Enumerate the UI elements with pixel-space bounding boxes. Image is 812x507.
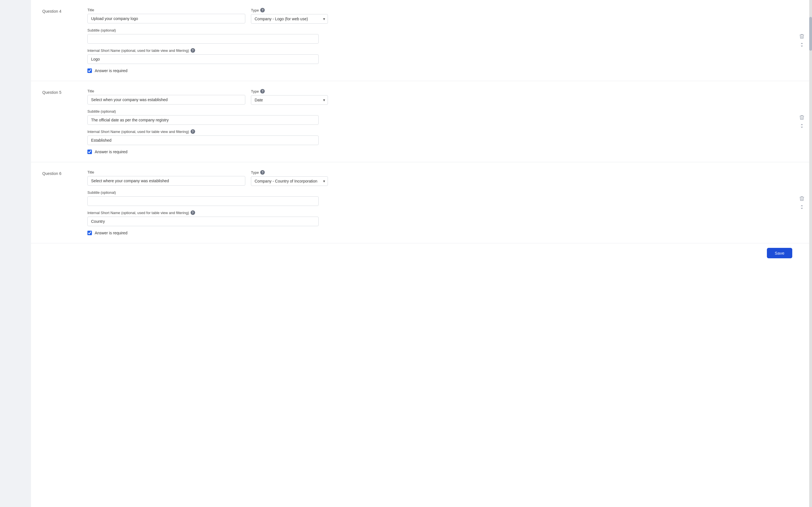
type-select-wrapper-q4: Company - Logo (for web use)DateCompany … — [251, 14, 328, 24]
title-group-q6: Title — [87, 170, 245, 186]
main-content: Question 4TitleType?Company - Logo (for … — [31, 0, 809, 507]
internal-label-q4: Internal Short Name (optional, used for … — [87, 48, 798, 53]
question-fields-q6: TitleType?Company - Logo (for web use)Da… — [87, 170, 798, 235]
question-block-q5: Question 5TitleType?Company - Logo (for … — [31, 81, 809, 162]
subtitle-label-q5: Subtitle (optional) — [87, 109, 798, 114]
answer-required-row-q4: Answer is required — [87, 68, 798, 73]
save-button[interactable]: Save — [767, 248, 792, 258]
type-select-q5[interactable]: Company - Logo (for web use)DateCompany … — [251, 95, 328, 105]
type-label-q6: Type? — [251, 170, 328, 175]
internal-label-q6: Internal Short Name (optional, used for … — [87, 210, 798, 215]
internal-input-q5[interactable] — [87, 135, 319, 145]
question-block-q4: Question 4TitleType?Company - Logo (for … — [31, 0, 809, 81]
type-group-q5: Type?Company - Logo (for web use)DateCom… — [251, 89, 328, 105]
title-type-row-q5: TitleType?Company - Logo (for web use)Da… — [87, 89, 798, 105]
type-label-q4: Type? — [251, 8, 328, 12]
title-group-q4: Title — [87, 8, 245, 23]
internal-help-icon-q6[interactable]: ? — [191, 210, 195, 215]
subtitle-input-q4[interactable] — [87, 34, 319, 44]
delete-button-q6[interactable] — [799, 195, 805, 202]
question-label-q6: Question 6 — [42, 170, 87, 235]
title-group-q5: Title — [87, 89, 245, 105]
title-input-q5[interactable] — [87, 95, 245, 105]
left-gutter — [0, 0, 31, 507]
internal-label-q5: Internal Short Name (optional, used for … — [87, 129, 798, 134]
question-label-q4: Question 4 — [42, 8, 87, 73]
title-label-q4: Title — [87, 8, 245, 12]
type-select-wrapper-q5: Company - Logo (for web use)DateCompany … — [251, 95, 328, 105]
question-fields-q4: TitleType?Company - Logo (for web use)Da… — [87, 8, 798, 73]
scrollbar[interactable] — [809, 0, 812, 507]
delete-button-q5[interactable] — [799, 114, 805, 121]
subtitle-group-q5: Subtitle (optional) — [87, 109, 798, 125]
delete-button-q4[interactable] — [799, 33, 805, 40]
type-help-icon-q4[interactable]: ? — [260, 8, 265, 12]
save-bar: Save — [31, 243, 809, 264]
title-type-row-q4: TitleType?Company - Logo (for web use)Da… — [87, 8, 798, 24]
subtitle-label-q4: Subtitle (optional) — [87, 28, 798, 33]
answer-required-label-q4: Answer is required — [95, 68, 128, 73]
type-help-icon-q6[interactable]: ? — [260, 170, 265, 175]
answer-required-checkbox-q4[interactable] — [87, 68, 92, 73]
internal-group-q5: Internal Short Name (optional, used for … — [87, 129, 798, 145]
action-buttons-q6 — [799, 195, 805, 210]
question-fields-q5: TitleType?Company - Logo (for web use)Da… — [87, 89, 798, 154]
question-block-q6: Question 6TitleType?Company - Logo (for … — [31, 162, 809, 243]
internal-input-q4[interactable] — [87, 54, 319, 64]
type-select-wrapper-q6: Company - Logo (for web use)DateCompany … — [251, 176, 328, 186]
subtitle-input-q5[interactable] — [87, 115, 319, 125]
title-label-q5: Title — [87, 89, 245, 93]
type-help-icon-q5[interactable]: ? — [260, 89, 265, 94]
subtitle-group-q4: Subtitle (optional) — [87, 28, 798, 44]
answer-required-label-q5: Answer is required — [95, 150, 128, 154]
action-buttons-q4 — [799, 33, 805, 48]
answer-required-row-q5: Answer is required — [87, 150, 798, 154]
internal-group-q6: Internal Short Name (optional, used for … — [87, 210, 798, 226]
answer-required-checkbox-q6[interactable] — [87, 231, 92, 235]
question-label-q5: Question 5 — [42, 89, 87, 154]
type-group-q4: Type?Company - Logo (for web use)DateCom… — [251, 8, 328, 24]
subtitle-input-q6[interactable] — [87, 196, 319, 206]
internal-help-icon-q4[interactable]: ? — [191, 48, 195, 53]
answer-required-checkbox-q5[interactable] — [87, 150, 92, 154]
type-select-q6[interactable]: Company - Logo (for web use)DateCompany … — [251, 176, 328, 186]
type-select-q4[interactable]: Company - Logo (for web use)DateCompany … — [251, 14, 328, 24]
subtitle-label-q6: Subtitle (optional) — [87, 190, 798, 194]
internal-help-icon-q5[interactable]: ? — [191, 129, 195, 134]
type-label-q5: Type? — [251, 89, 328, 94]
action-buttons-q5 — [799, 114, 805, 129]
type-group-q6: Type?Company - Logo (for web use)DateCom… — [251, 170, 328, 186]
reorder-button-q5[interactable] — [799, 123, 804, 129]
reorder-button-q4[interactable] — [799, 42, 804, 48]
internal-input-q6[interactable] — [87, 217, 319, 226]
reorder-button-q6[interactable] — [799, 204, 804, 210]
answer-required-row-q6: Answer is required — [87, 231, 798, 235]
title-label-q6: Title — [87, 170, 245, 174]
questions-container: Question 4TitleType?Company - Logo (for … — [31, 0, 809, 243]
title-type-row-q6: TitleType?Company - Logo (for web use)Da… — [87, 170, 798, 186]
internal-group-q4: Internal Short Name (optional, used for … — [87, 48, 798, 64]
answer-required-label-q6: Answer is required — [95, 231, 128, 235]
title-input-q6[interactable] — [87, 176, 245, 186]
scrollbar-thumb[interactable] — [809, 17, 812, 51]
subtitle-group-q6: Subtitle (optional) — [87, 190, 798, 206]
title-input-q4[interactable] — [87, 14, 245, 23]
